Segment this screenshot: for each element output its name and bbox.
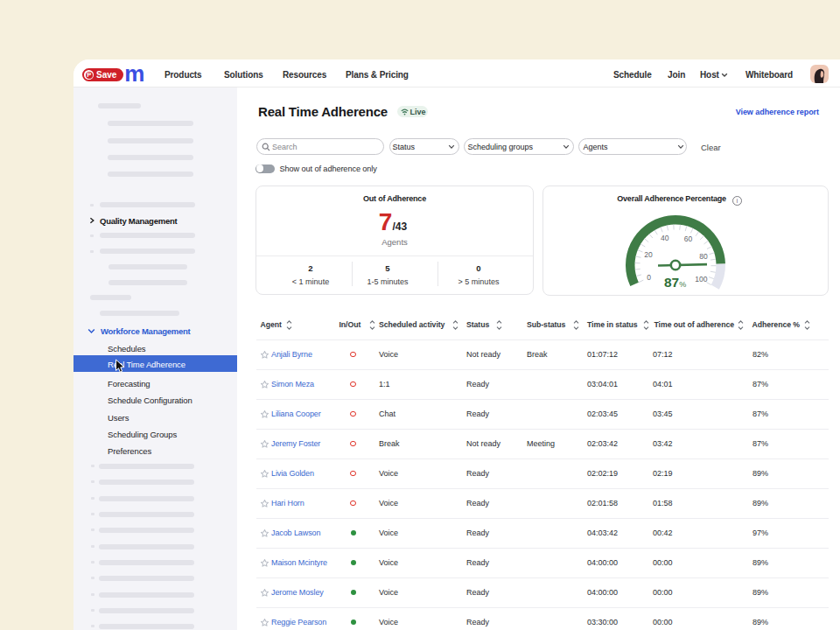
svg-text:100: 100 (695, 275, 707, 284)
svg-text:20: 20 (644, 250, 653, 259)
svg-text:80: 80 (699, 252, 708, 261)
svg-text:40: 40 (661, 234, 669, 242)
svg-text:60: 60 (684, 234, 693, 243)
svg-text:0: 0 (647, 273, 651, 282)
